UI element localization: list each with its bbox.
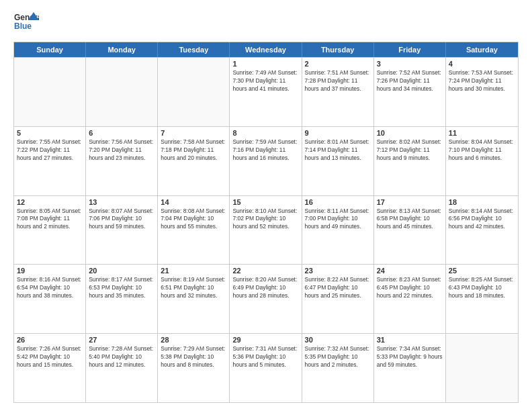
day-number: 20: [89, 267, 154, 275]
day-number: 10: [377, 129, 443, 137]
day-info: Sunrise: 8:14 AM Sunset: 6:56 PM Dayligh…: [449, 208, 515, 232]
calendar-day-cell: 25Sunrise: 8:25 AM Sunset: 6:43 PM Dayli…: [446, 265, 518, 333]
day-number: 31: [377, 336, 443, 344]
day-number: 19: [17, 267, 83, 275]
day-info: Sunrise: 8:02 AM Sunset: 7:12 PM Dayligh…: [377, 138, 443, 163]
calendar-day-cell: 5Sunrise: 7:55 AM Sunset: 7:22 PM Daylig…: [14, 127, 86, 195]
day-number: 24: [377, 267, 443, 275]
empty-cell: [446, 334, 518, 402]
day-info: Sunrise: 7:56 AM Sunset: 7:20 PM Dayligh…: [89, 138, 154, 163]
calendar-day-cell: 29Sunrise: 7:31 AM Sunset: 5:36 PM Dayli…: [230, 334, 302, 402]
calendar-day-cell: 11Sunrise: 8:04 AM Sunset: 7:10 PM Dayli…: [446, 127, 518, 195]
day-info: Sunrise: 8:22 AM Sunset: 6:47 PM Dayligh…: [305, 276, 371, 300]
day-info: Sunrise: 8:04 AM Sunset: 7:10 PM Dayligh…: [449, 138, 515, 163]
day-number: 17: [377, 198, 443, 206]
day-number: 15: [232, 198, 298, 206]
day-number: 6: [89, 129, 154, 137]
empty-cell: [86, 58, 158, 126]
calendar-day-cell: 13Sunrise: 8:07 AM Sunset: 7:06 PM Dayli…: [86, 196, 158, 265]
day-info: Sunrise: 7:32 AM Sunset: 5:35 PM Dayligh…: [305, 345, 371, 369]
calendar-row: 12Sunrise: 8:05 AM Sunset: 7:08 PM Dayli…: [14, 195, 518, 265]
calendar-day-cell: 20Sunrise: 8:17 AM Sunset: 6:53 PM Dayli…: [86, 265, 158, 333]
day-number: 27: [89, 336, 154, 344]
calendar-day-cell: 6Sunrise: 7:56 AM Sunset: 7:20 PM Daylig…: [86, 127, 158, 195]
day-info: Sunrise: 8:13 AM Sunset: 6:58 PM Dayligh…: [377, 208, 443, 232]
logo-icon: General Blue: [13, 11, 39, 36]
calendar-day-cell: 31Sunrise: 7:34 AM Sunset: 5:33 PM Dayli…: [374, 334, 446, 402]
day-number: 22: [232, 267, 298, 275]
calendar-day-cell: 12Sunrise: 8:05 AM Sunset: 7:08 PM Dayli…: [14, 196, 86, 265]
day-number: 28: [161, 336, 226, 344]
weekday-header: Tuesday: [158, 42, 230, 57]
weekday-header: Wednesday: [230, 42, 302, 57]
day-info: Sunrise: 8:17 AM Sunset: 6:53 PM Dayligh…: [89, 276, 154, 300]
day-info: Sunrise: 7:55 AM Sunset: 7:22 PM Dayligh…: [17, 138, 83, 163]
day-info: Sunrise: 7:53 AM Sunset: 7:24 PM Dayligh…: [449, 69, 515, 93]
calendar-day-cell: 26Sunrise: 7:26 AM Sunset: 5:42 PM Dayli…: [14, 334, 86, 402]
day-info: Sunrise: 8:08 AM Sunset: 7:04 PM Dayligh…: [161, 208, 226, 232]
day-number: 12: [17, 198, 83, 206]
day-number: 9: [305, 129, 371, 137]
calendar-day-cell: 16Sunrise: 8:11 AM Sunset: 7:00 PM Dayli…: [302, 196, 374, 265]
day-number: 21: [161, 267, 226, 275]
calendar-day-cell: 3Sunrise: 7:52 AM Sunset: 7:26 PM Daylig…: [374, 58, 446, 126]
calendar-day-cell: 2Sunrise: 7:51 AM Sunset: 7:28 PM Daylig…: [302, 58, 374, 126]
day-number: 7: [161, 129, 226, 137]
calendar-header: SundayMondayTuesdayWednesdayThursdayFrid…: [14, 42, 518, 57]
weekday-header: Monday: [86, 42, 158, 57]
calendar-day-cell: 7Sunrise: 7:58 AM Sunset: 7:18 PM Daylig…: [158, 127, 230, 195]
calendar-row: 1Sunrise: 7:49 AM Sunset: 7:30 PM Daylig…: [14, 57, 518, 126]
weekday-header: Thursday: [302, 42, 374, 57]
calendar-day-cell: 4Sunrise: 7:53 AM Sunset: 7:24 PM Daylig…: [446, 58, 518, 126]
day-number: 18: [449, 198, 515, 206]
calendar-day-cell: 18Sunrise: 8:14 AM Sunset: 6:56 PM Dayli…: [446, 196, 518, 265]
day-info: Sunrise: 7:49 AM Sunset: 7:30 PM Dayligh…: [232, 69, 298, 93]
calendar-day-cell: 19Sunrise: 8:16 AM Sunset: 6:54 PM Dayli…: [14, 265, 86, 333]
weekday-header: Friday: [374, 42, 446, 57]
day-info: Sunrise: 8:23 AM Sunset: 6:45 PM Dayligh…: [377, 276, 443, 300]
day-number: 14: [161, 198, 226, 206]
calendar-day-cell: 1Sunrise: 7:49 AM Sunset: 7:30 PM Daylig…: [230, 58, 302, 126]
calendar-body: 1Sunrise: 7:49 AM Sunset: 7:30 PM Daylig…: [14, 57, 518, 402]
day-number: 13: [89, 198, 154, 206]
weekday-header: Saturday: [446, 42, 518, 57]
day-info: Sunrise: 8:11 AM Sunset: 7:00 PM Dayligh…: [305, 208, 371, 232]
day-number: 29: [232, 336, 298, 344]
logo: General Blue: [13, 11, 39, 36]
day-info: Sunrise: 8:25 AM Sunset: 6:43 PM Dayligh…: [449, 276, 515, 300]
day-number: 2: [305, 60, 371, 68]
calendar-day-cell: 23Sunrise: 8:22 AM Sunset: 6:47 PM Dayli…: [302, 265, 374, 333]
day-number: 11: [449, 129, 515, 137]
day-info: Sunrise: 7:59 AM Sunset: 7:16 PM Dayligh…: [232, 138, 298, 163]
day-info: Sunrise: 7:26 AM Sunset: 5:42 PM Dayligh…: [17, 345, 83, 369]
day-info: Sunrise: 7:51 AM Sunset: 7:28 PM Dayligh…: [305, 69, 371, 93]
calendar-day-cell: 21Sunrise: 8:19 AM Sunset: 6:51 PM Dayli…: [158, 265, 230, 333]
calendar-row: 26Sunrise: 7:26 AM Sunset: 5:42 PM Dayli…: [14, 333, 518, 402]
day-number: 23: [305, 267, 371, 275]
day-info: Sunrise: 7:58 AM Sunset: 7:18 PM Dayligh…: [161, 138, 226, 163]
day-info: Sunrise: 8:07 AM Sunset: 7:06 PM Dayligh…: [89, 208, 154, 232]
calendar-day-cell: 27Sunrise: 7:28 AM Sunset: 5:40 PM Dayli…: [86, 334, 158, 402]
calendar-day-cell: 28Sunrise: 7:29 AM Sunset: 5:38 PM Dayli…: [158, 334, 230, 402]
day-number: 1: [232, 60, 298, 68]
calendar-day-cell: 15Sunrise: 8:10 AM Sunset: 7:02 PM Dayli…: [230, 196, 302, 265]
day-number: 8: [232, 129, 298, 137]
calendar-day-cell: 17Sunrise: 8:13 AM Sunset: 6:58 PM Dayli…: [374, 196, 446, 265]
empty-cell: [158, 58, 230, 126]
svg-text:Blue: Blue: [14, 21, 32, 31]
day-number: 16: [305, 198, 371, 206]
day-number: 4: [449, 60, 515, 68]
day-info: Sunrise: 8:10 AM Sunset: 7:02 PM Dayligh…: [232, 208, 298, 232]
day-number: 3: [377, 60, 443, 68]
day-info: Sunrise: 7:29 AM Sunset: 5:38 PM Dayligh…: [161, 345, 226, 369]
day-info: Sunrise: 7:34 AM Sunset: 5:33 PM Dayligh…: [377, 345, 443, 369]
day-info: Sunrise: 7:28 AM Sunset: 5:40 PM Dayligh…: [89, 345, 154, 369]
day-number: 5: [17, 129, 83, 137]
day-info: Sunrise: 7:31 AM Sunset: 5:36 PM Dayligh…: [232, 345, 298, 369]
day-info: Sunrise: 8:01 AM Sunset: 7:14 PM Dayligh…: [305, 138, 371, 163]
calendar-day-cell: 30Sunrise: 7:32 AM Sunset: 5:35 PM Dayli…: [302, 334, 374, 402]
calendar-day-cell: 14Sunrise: 8:08 AM Sunset: 7:04 PM Dayli…: [158, 196, 230, 265]
day-number: 30: [305, 336, 371, 344]
calendar: SundayMondayTuesdayWednesdayThursdayFrid…: [13, 42, 519, 403]
calendar-day-cell: 10Sunrise: 8:02 AM Sunset: 7:12 PM Dayli…: [374, 127, 446, 195]
